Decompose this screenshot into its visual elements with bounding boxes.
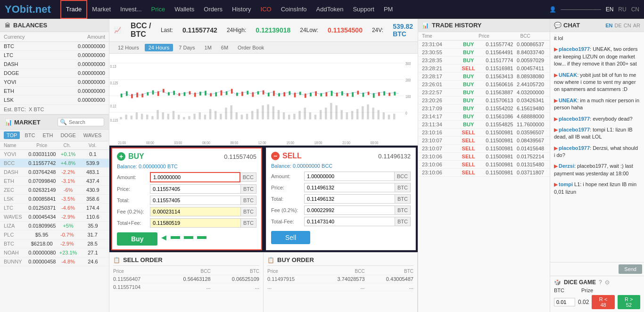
buy-panel-title: + BUY bbox=[117, 152, 144, 161]
chat-lang-ar[interactable]: AR bbox=[633, 23, 640, 28]
balance-row-eth[interactable]: ETH0.00000000 bbox=[0, 87, 109, 96]
sell-total-input[interactable] bbox=[304, 194, 395, 204]
nav-trade[interactable]: Trade bbox=[60, 0, 87, 19]
buy-total-input[interactable] bbox=[150, 196, 241, 205]
svg-rect-43 bbox=[278, 110, 280, 119]
svg-rect-21 bbox=[162, 112, 164, 119]
svg-text:12:00: 12:00 bbox=[258, 140, 266, 145]
svg-rect-71 bbox=[131, 94, 133, 99]
chat-lang-cn[interactable]: CN bbox=[624, 23, 631, 28]
market-row-zec[interactable]: ZEC0.02632149-6%430.9 bbox=[0, 186, 109, 195]
balance-row-doge[interactable]: DOGE0.00000000 bbox=[0, 69, 109, 78]
dice-help-icon[interactable]: ? bbox=[599, 279, 602, 286]
nav-market[interactable]: Market bbox=[87, 0, 116, 19]
lang-ru[interactable]: RU bbox=[618, 6, 626, 13]
time-tab-12h[interactable]: 12 Hours bbox=[114, 44, 143, 51]
buy-order-row[interactable]: 0.114979153.740285730.43005487 bbox=[267, 275, 413, 283]
nav-support[interactable]: Support bbox=[348, 0, 379, 19]
market-row-yovi[interactable]: YOVI0.03031100+0.1%0.1 bbox=[0, 150, 109, 159]
nav-pm[interactable]: PM bbox=[379, 0, 398, 19]
dice-more-button[interactable]: R > 52 bbox=[618, 295, 640, 309]
svg-rect-97 bbox=[283, 92, 285, 97]
chat-lang-en[interactable]: EN bbox=[605, 23, 612, 28]
sell-button[interactable]: Sell bbox=[271, 231, 310, 244]
time-tab-24h[interactable]: 24 Hours bbox=[145, 44, 173, 51]
balance-row-yovi[interactable]: YOVI0.00000000 bbox=[0, 78, 109, 87]
send-button[interactable]: Send bbox=[619, 264, 642, 274]
buy-button[interactable]: Buy bbox=[117, 232, 157, 246]
dice-col-prize: Prize bbox=[581, 287, 593, 293]
buy-price-input[interactable] bbox=[150, 184, 241, 194]
market-tab-waves[interactable]: WAVES bbox=[81, 131, 105, 139]
market-row-liza[interactable]: LIZA0.01809965+5%35.9 bbox=[0, 222, 109, 230]
svg-text:15:00: 15:00 bbox=[286, 140, 294, 145]
svg-text:0: 0 bbox=[405, 111, 407, 115]
nav-wallets[interactable]: Wallets bbox=[170, 0, 199, 19]
market-row-eth[interactable]: ETH0.07099840-3.1%437.4 bbox=[0, 177, 109, 186]
trade-history-panel: 📊 TRADE HISTORY Time Price BCC 23:31:04B… bbox=[418, 19, 550, 312]
nav-coinsinfo[interactable]: CoinsInfo bbox=[276, 0, 312, 19]
sell-order-row[interactable]: 0.115564070.564631280.06525109 bbox=[113, 275, 259, 283]
market-tab-usd[interactable]: USD bbox=[106, 131, 109, 139]
sidebar: 🏛 BALANCES Currency Amount BTC0.00000000… bbox=[0, 19, 109, 312]
nav-price[interactable]: Price bbox=[147, 0, 170, 19]
market-row-waves[interactable]: WAVES0.00045434-2.9%110.6 bbox=[0, 213, 109, 222]
time-tab-orderbook[interactable]: Order Book bbox=[234, 44, 268, 51]
nav-addtoken[interactable]: AddToken bbox=[312, 0, 348, 19]
nav-ico[interactable]: ICO bbox=[256, 0, 276, 19]
trade-row: 23:20:26BUY0.115706130.03426341 bbox=[418, 97, 550, 105]
svg-text:21:00: 21:00 bbox=[342, 140, 350, 145]
market-row-dash[interactable]: DASH0.03764248-2.2%483.1 bbox=[0, 168, 109, 177]
dice-info-icon[interactable]: ⊙ bbox=[605, 279, 610, 286]
chat-lang-de[interactable]: DE bbox=[615, 23, 622, 28]
time-tab-1m[interactable]: 1M bbox=[201, 44, 215, 51]
balance-icon: 🏛 bbox=[5, 22, 10, 29]
buy-arrow-icon: ◄ bbox=[159, 233, 168, 243]
market-row-lsk[interactable]: LSK0.00085841-3.5%358.6 bbox=[0, 195, 109, 204]
sell-amount-input[interactable] bbox=[304, 172, 395, 181]
market-row-btc[interactable]: BTC$6218.00-2.9%28.5 bbox=[0, 239, 109, 248]
market-tab-eth[interactable]: ETH bbox=[40, 131, 56, 139]
market-row-plc[interactable]: PLC$5.95-0.7%31.7 bbox=[0, 230, 109, 239]
balance-row-dash[interactable]: DASH0.00000000 bbox=[0, 60, 109, 69]
market-tab-doge[interactable]: DOGE bbox=[58, 131, 78, 139]
high-val: 0.12139018 bbox=[256, 26, 290, 34]
trade-row: 23:14:17BUY0.115610864.68888000 bbox=[418, 113, 550, 121]
dice-col-btc: BTC bbox=[554, 287, 564, 293]
market-row-ltc[interactable]: LTC0.01250371-4.6%174.4 bbox=[0, 204, 109, 213]
lang-en[interactable]: EN bbox=[606, 6, 614, 13]
buy-total-row: Total: BTC bbox=[117, 196, 256, 205]
nav-orders[interactable]: Orders bbox=[199, 0, 227, 19]
buy-amount-input[interactable] bbox=[150, 172, 240, 182]
trade-row: 23:10:06SELL0.115009810.01752214 bbox=[418, 153, 550, 161]
sell-order-row[interactable]: 0.11557104...... bbox=[113, 283, 259, 291]
market-row-bcc[interactable]: BCC0.11557742+4.8%539.9 bbox=[0, 159, 109, 168]
balance-row-lsk[interactable]: LSK0.00000000 bbox=[0, 96, 109, 105]
sell-price-input[interactable] bbox=[304, 183, 395, 192]
balance-row-ltc[interactable]: LTC0.00000000 bbox=[0, 51, 109, 60]
dice-row-controls: 0.02 R < 48 R > 52 bbox=[554, 295, 640, 309]
sell-amount-input-wrap: BCC bbox=[304, 172, 411, 181]
trade-row: 23:10:06SELL0.115009810.03711807 bbox=[418, 169, 550, 177]
dice-btc-input[interactable] bbox=[554, 298, 575, 306]
market-tab-btc[interactable]: BTC bbox=[22, 131, 38, 139]
market-tab-top[interactable]: TOP bbox=[4, 131, 20, 139]
svg-rect-83 bbox=[210, 93, 212, 97]
time-tab-6m[interactable]: 6M bbox=[217, 44, 232, 51]
search-input[interactable] bbox=[69, 119, 102, 125]
nav-invest[interactable]: Invest... bbox=[116, 0, 147, 19]
svg-rect-88 bbox=[236, 93, 238, 96]
market-row-noah[interactable]: NOAH0.00000080+23.1%27.1 bbox=[0, 248, 109, 257]
lang-cn[interactable]: CN bbox=[631, 6, 639, 13]
market-row-bunny[interactable]: BUNNY0.00000458-4.8%24.6 bbox=[0, 257, 109, 266]
balance-row-btc[interactable]: BTC0.00000000 bbox=[0, 42, 109, 51]
buy-order-row[interactable]: ......... bbox=[267, 283, 413, 291]
sell-fee-row: Fee (0.2%): BTC bbox=[271, 205, 411, 215]
chat-message: ▶UNEAK: im a much nicer person in person… bbox=[554, 97, 640, 112]
dice-less-button[interactable]: R < 48 bbox=[592, 295, 614, 309]
svg-rect-29 bbox=[204, 115, 206, 119]
nav-history[interactable]: History bbox=[227, 0, 256, 19]
svg-text:00:00: 00:00 bbox=[146, 140, 154, 145]
time-tab-7d[interactable]: 7 Days bbox=[175, 44, 198, 51]
sell-panel-header: − SELL 0.11496132 bbox=[271, 152, 411, 160]
